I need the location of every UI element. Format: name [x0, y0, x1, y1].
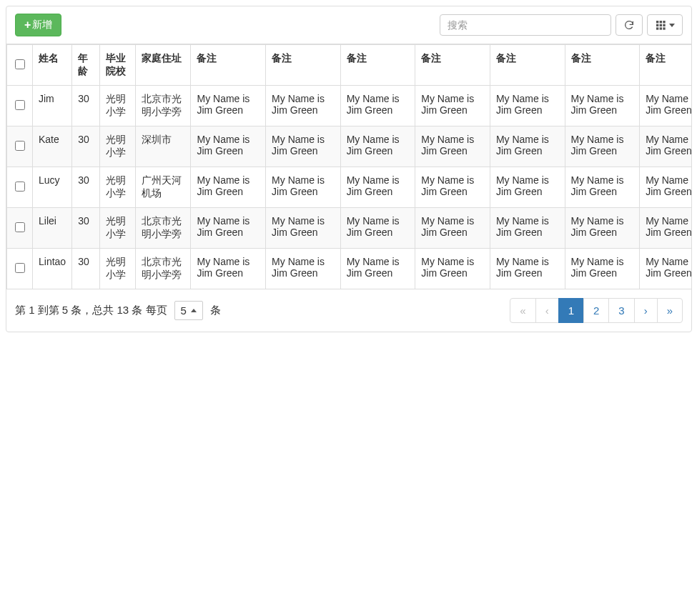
page-info-text: 第 1 到第 5 条，总共 13 条 每页 — [15, 304, 167, 317]
cell-remark: My Name is Jim Green — [640, 86, 691, 126]
cell-remark: My Name is Jim Green — [640, 167, 691, 208]
cell-school: 光明小学 — [99, 249, 136, 289]
table-row: Kate30光明小学深圳市My Name is Jim GreenMy Name… — [7, 126, 692, 167]
row-checkbox[interactable] — [15, 100, 25, 110]
svg-rect-0 — [656, 21, 658, 23]
table-row: Lilei30光明小学北京市光明小学旁My Name is Jim GreenM… — [7, 208, 692, 249]
col-header[interactable]: 备注 — [640, 45, 691, 86]
svg-rect-1 — [660, 21, 662, 23]
cell-remark: My Name is Jim Green — [415, 86, 490, 126]
row-select-cell — [7, 167, 33, 208]
row-select-cell — [7, 249, 33, 289]
cell-remark: My Name is Jim Green — [340, 167, 415, 208]
row-checkbox[interactable] — [15, 141, 25, 151]
cell-remark: My Name is Jim Green — [490, 167, 565, 208]
table-row: Lucy30光明小学广州天河机场My Name is Jim GreenMy N… — [7, 167, 692, 208]
page-next[interactable]: › — [634, 298, 658, 323]
search-input[interactable] — [440, 14, 611, 36]
cell-remark: My Name is Jim Green — [266, 208, 341, 249]
cell-remark: My Name is Jim Green — [340, 126, 415, 167]
cell-remark: My Name is Jim Green — [415, 208, 490, 249]
cell-remark: My Name is Jim Green — [490, 126, 565, 167]
col-header[interactable]: 姓名 — [33, 45, 72, 86]
svg-rect-7 — [660, 27, 662, 29]
cell-address: 北京市光明小学旁 — [136, 249, 191, 289]
cell-remark: My Name is Jim Green — [266, 86, 341, 126]
row-select-cell — [7, 208, 33, 249]
table-row: Jim30光明小学北京市光明小学旁My Name is Jim GreenMy … — [7, 86, 692, 126]
cell-remark: My Name is Jim Green — [191, 167, 266, 208]
page-number[interactable]: 3 — [608, 298, 634, 323]
cell-remark: My Name is Jim Green — [340, 86, 415, 126]
columns-button[interactable] — [647, 14, 683, 36]
cell-age: 30 — [72, 126, 99, 167]
cell-remark: My Name is Jim Green — [266, 167, 341, 208]
select-all-checkbox[interactable] — [15, 59, 25, 69]
row-checkbox[interactable] — [15, 222, 25, 232]
cell-name: Lucy — [33, 167, 72, 208]
col-header[interactable]: 家庭住址 — [136, 45, 191, 86]
add-button-label: 新增 — [32, 19, 52, 31]
add-button[interactable]: +新增 — [15, 14, 61, 36]
col-header[interactable]: 备注 — [340, 45, 415, 86]
select-all-cell — [7, 45, 33, 86]
cell-remark: My Name is Jim Green — [340, 208, 415, 249]
page-prev[interactable]: ‹ — [535, 298, 559, 323]
page-first[interactable]: « — [510, 298, 535, 323]
col-header[interactable]: 备注 — [565, 45, 640, 86]
cell-age: 30 — [72, 208, 99, 249]
table-footer: 第 1 到第 5 条，总共 13 条 每页 5 条 « ‹ 1 2 3 › » — [6, 289, 691, 332]
page-number[interactable]: 2 — [583, 298, 609, 323]
cell-name: Lilei — [33, 208, 72, 249]
cell-remark: My Name is Jim Green — [640, 208, 691, 249]
page-size-select[interactable]: 5 — [174, 301, 203, 320]
table-row: Lintao30光明小学北京市光明小学旁My Name is Jim Green… — [7, 249, 692, 289]
svg-rect-5 — [663, 24, 665, 26]
cell-address: 北京市光明小学旁 — [136, 208, 191, 249]
cell-remark: My Name is Jim Green — [191, 126, 266, 167]
cell-address: 深圳市 — [136, 126, 191, 167]
refresh-button[interactable] — [616, 14, 643, 36]
footer-info: 第 1 到第 5 条，总共 13 条 每页 5 条 — [15, 301, 221, 320]
col-header[interactable]: 备注 — [490, 45, 565, 86]
cell-remark: My Name is Jim Green — [565, 126, 640, 167]
cell-remark: My Name is Jim Green — [640, 249, 691, 289]
col-header[interactable]: 备注 — [191, 45, 266, 86]
cell-name: Lintao — [33, 249, 72, 289]
row-checkbox[interactable] — [15, 263, 25, 273]
col-header[interactable]: 年龄 — [72, 45, 99, 86]
cell-school: 光明小学 — [99, 167, 136, 208]
toolbar: +新增 — [6, 6, 691, 44]
grid-icon — [655, 19, 666, 31]
cell-remark: My Name is Jim Green — [266, 249, 341, 289]
refresh-icon — [623, 19, 635, 31]
cell-remark: My Name is Jim Green — [490, 208, 565, 249]
chevron-down-icon — [669, 24, 675, 27]
svg-rect-2 — [663, 21, 665, 23]
table-header-row: 姓名 年龄 毕业院校 家庭住址 备注 备注 备注 备注 备注 备注 备注 备注 … — [7, 45, 692, 86]
table-scroll-container[interactable]: 姓名 年龄 毕业院校 家庭住址 备注 备注 备注 备注 备注 备注 备注 备注 … — [6, 44, 691, 289]
cell-age: 30 — [72, 86, 99, 126]
cell-school: 光明小学 — [99, 126, 136, 167]
cell-name: Kate — [33, 126, 72, 167]
cell-remark: My Name is Jim Green — [490, 249, 565, 289]
page-info-suffix: 条 — [210, 304, 221, 317]
col-header[interactable]: 毕业院校 — [99, 45, 136, 86]
cell-remark: My Name is Jim Green — [191, 208, 266, 249]
cell-name: Jim — [33, 86, 72, 126]
col-header[interactable]: 备注 — [415, 45, 490, 86]
cell-remark: My Name is Jim Green — [565, 249, 640, 289]
cell-age: 30 — [72, 249, 99, 289]
svg-rect-3 — [656, 24, 658, 26]
col-header[interactable]: 备注 — [266, 45, 341, 86]
row-checkbox[interactable] — [15, 182, 25, 192]
cell-remark: My Name is Jim Green — [415, 126, 490, 167]
cell-remark: My Name is Jim Green — [565, 86, 640, 126]
cell-remark: My Name is Jim Green — [191, 249, 266, 289]
page-last[interactable]: » — [657, 298, 683, 323]
page-number[interactable]: 1 — [558, 298, 584, 323]
cell-remark: My Name is Jim Green — [340, 249, 415, 289]
cell-remark: My Name is Jim Green — [565, 208, 640, 249]
pagination: « ‹ 1 2 3 › » — [510, 298, 683, 323]
cell-age: 30 — [72, 167, 99, 208]
